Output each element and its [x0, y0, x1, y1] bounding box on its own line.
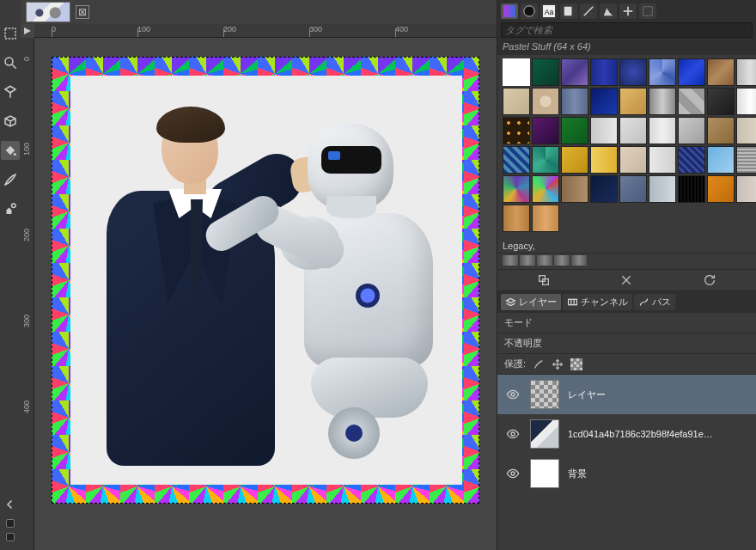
svg-rect-0	[5, 28, 15, 39]
transform-tool[interactable]	[1, 82, 20, 101]
paths-tab-label: パス	[652, 296, 671, 309]
lock-label: 保護:	[504, 358, 526, 370]
chevron-left-icon[interactable]	[1, 495, 20, 514]
magnify-tool[interactable]	[1, 53, 20, 72]
pattern-swatch[interactable]	[678, 88, 705, 115]
document-history-tab[interactable]	[560, 3, 577, 19]
pattern-swatch[interactable]	[736, 88, 756, 115]
pattern-swatch[interactable]	[561, 117, 588, 144]
paint-dynamics-tab[interactable]	[580, 3, 597, 19]
clone-tool[interactable]	[1, 199, 20, 218]
pattern-swatch[interactable]	[736, 175, 756, 203]
layers-tab[interactable]: レイヤー	[501, 294, 561, 310]
pattern-swatch[interactable]	[619, 58, 647, 86]
pattern-search-input[interactable]	[501, 22, 753, 38]
lock-alpha-icon[interactable]	[570, 358, 582, 370]
pattern-swatch[interactable]	[619, 146, 647, 174]
undo-history-tab[interactable]	[639, 3, 656, 19]
document-thumbnail[interactable]	[26, 2, 70, 22]
close-document-button[interactable]: ⊠	[76, 5, 89, 19]
layer-row[interactable]: レイヤー	[497, 375, 756, 414]
pattern-swatch[interactable]	[561, 175, 588, 203]
pattern-swatch[interactable]	[736, 58, 756, 86]
active-brush-swatch[interactable]	[6, 533, 15, 541]
pattern-swatch[interactable]	[707, 88, 735, 115]
pattern-swatch[interactable]	[561, 146, 588, 174]
patterns-tab[interactable]	[501, 3, 518, 19]
pattern-swatch[interactable]	[532, 58, 559, 86]
pattern-swatch[interactable]	[649, 117, 676, 144]
canvas-viewport[interactable]	[34, 38, 497, 550]
pattern-swatch[interactable]	[678, 175, 705, 203]
pattern-swatch[interactable]	[503, 146, 530, 174]
pattern-swatch[interactable]	[707, 58, 735, 86]
pattern-swatch[interactable]	[619, 117, 647, 144]
pattern-swatch[interactable]	[503, 58, 530, 86]
pattern-swatch[interactable]	[649, 175, 676, 203]
pattern-swatch[interactable]	[503, 205, 530, 232]
pattern-swatch[interactable]	[532, 117, 559, 144]
lock-move-icon[interactable]	[552, 358, 564, 370]
delete-icon[interactable]	[619, 273, 633, 287]
layers-tab-label: レイヤー	[519, 296, 557, 309]
canvas-area: ⊠ 0100200300400 0100200300400	[21, 0, 497, 550]
pattern-swatch[interactable]	[590, 117, 618, 144]
lock-paint-icon[interactable]	[533, 358, 545, 370]
pattern-swatch[interactable]	[532, 205, 559, 232]
pattern-swatch[interactable]	[532, 88, 559, 115]
layer-row[interactable]: 1cd041a4b7186c32b98f4efa91e222c4_	[497, 414, 756, 454]
refresh-icon[interactable]	[703, 273, 716, 287]
pattern-swatch[interactable]	[736, 146, 756, 174]
channels-tab[interactable]: チャンネル	[563, 294, 632, 310]
svg-rect-15	[643, 7, 653, 16]
toolbox	[0, 0, 21, 550]
image-layer	[70, 76, 462, 485]
pattern-swatch[interactable]	[503, 117, 530, 144]
fonts-tab[interactable]: Aa	[540, 3, 558, 19]
pattern-swatch[interactable]	[649, 58, 676, 86]
pattern-swatch[interactable]	[503, 175, 530, 203]
layer-row[interactable]: 背景	[497, 454, 756, 493]
pattern-swatch[interactable]	[678, 117, 705, 144]
layer-visibility-toggle[interactable]	[504, 388, 521, 401]
pattern-ops	[497, 269, 756, 291]
brush-tool[interactable]	[1, 170, 20, 189]
cube-tool[interactable]	[1, 112, 20, 131]
document[interactable]	[52, 57, 479, 504]
pattern-swatch[interactable]	[590, 146, 618, 174]
pattern-swatch[interactable]	[590, 175, 618, 203]
pattern-swatch[interactable]	[678, 146, 705, 174]
pattern-swatch[interactable]	[590, 58, 618, 86]
histogram-tab[interactable]	[600, 3, 617, 19]
fg-bg-swatch[interactable]	[6, 519, 15, 528]
document-tabs: ⊠	[21, 0, 497, 24]
pattern-swatch[interactable]	[707, 175, 735, 203]
pattern-swatch[interactable]	[678, 58, 705, 86]
bucket-fill-tool[interactable]	[1, 141, 20, 160]
pattern-swatch[interactable]	[707, 146, 735, 174]
pattern-swatch[interactable]	[649, 88, 676, 115]
ruler-origin-toggle[interactable]	[21, 24, 34, 38]
layer-visibility-toggle[interactable]	[504, 427, 521, 441]
svg-rect-25	[570, 358, 582, 370]
pattern-swatch[interactable]	[736, 117, 756, 144]
pattern-swatch[interactable]	[649, 146, 676, 174]
pattern-swatch[interactable]	[561, 58, 588, 86]
pattern-swatch[interactable]	[619, 175, 647, 203]
navigation-tab[interactable]	[619, 3, 637, 19]
pattern-swatch[interactable]	[532, 146, 559, 174]
pattern-swatch[interactable]	[590, 88, 618, 115]
gradients-tab[interactable]	[521, 3, 538, 19]
paths-tab[interactable]: パス	[634, 294, 675, 310]
pattern-swatch[interactable]	[619, 88, 647, 115]
pattern-swatch[interactable]	[707, 117, 735, 144]
pattern-swatch[interactable]	[503, 88, 530, 115]
svg-point-30	[511, 393, 515, 396]
pattern-swatch[interactable]	[532, 175, 559, 203]
tool-rect-select[interactable]	[1, 24, 20, 43]
pattern-swatch[interactable]	[561, 88, 588, 115]
duplicate-icon[interactable]	[537, 273, 551, 287]
svg-point-1	[5, 58, 13, 65]
layer-visibility-toggle[interactable]	[504, 467, 521, 480]
ruler-horizontal: 0100200300400	[34, 24, 497, 38]
